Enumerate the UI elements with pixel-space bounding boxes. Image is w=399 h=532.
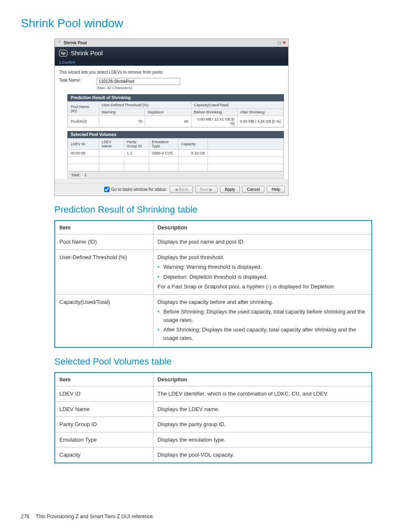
cell-desc: Displays the emulation type. (153, 432, 372, 447)
col-item: Item (55, 221, 153, 234)
cell-desc: Displays the LDEV name. (153, 401, 372, 417)
cell-item: Capacity(Used/Total) (55, 294, 153, 347)
col-item: Item (55, 373, 153, 386)
total-value: 1 (84, 173, 87, 177)
table-row: Emulation Type Displays the emulation ty… (55, 432, 372, 447)
cancel-button[interactable]: Cancel (242, 186, 264, 193)
selected-desc-table: Item Description LDEV ID The LDEV identi… (54, 372, 372, 463)
wizard-instruction: This wizard lets you select LDEVs to rem… (59, 70, 284, 75)
col-capacity-sel: Capacity (179, 139, 208, 150)
step-confirm: 1.Confirm (59, 60, 75, 64)
col-description: Description (153, 373, 372, 386)
section-prediction-title: Prediction Result of Shrinking table (54, 204, 378, 215)
table-row: 00:00:09 1-1 3390-V CVS 8.10 GB (68, 150, 284, 157)
cell-item: LDEV Name (55, 401, 153, 417)
cell-after: 0.00 MB / 4.34 GB [0 %] (237, 116, 283, 127)
table-row (68, 164, 284, 171)
wizard-brandbar: hp Shrink Pool (55, 47, 288, 59)
next-button[interactable]: Next ▶ (195, 186, 217, 193)
cell-item: Capacity (55, 447, 153, 463)
prediction-table: Pool Name (ID) User-Defined Threshold (%… (68, 101, 284, 127)
col-ldev-name: LDEV Name (99, 139, 124, 150)
cell-desc: Displays the pool-VOL capacity. (153, 447, 372, 463)
cell-desc: Displays the pool name and pool ID. (153, 234, 372, 250)
selected-table: LDEV ID LDEV Name Parity Group ID Emulat… (68, 138, 284, 171)
cell-desc: The LDEV identifier, which is the combin… (153, 386, 372, 402)
table-row: Pool Name (ID) Displays the pool name an… (55, 234, 372, 250)
table-row: LDEV ID The LDEV identifier, which is th… (55, 386, 372, 402)
page-number: 276 (21, 514, 29, 519)
col-blank (208, 139, 284, 150)
col-user-thresh: User-Defined Threshold (%) (99, 102, 192, 109)
table-row: Capacity(Used/Total) Displays the capaci… (55, 294, 372, 347)
goto-tasks-label: Go to tasks window for status (111, 187, 166, 192)
col-ldev-id: LDEV ID (68, 139, 99, 150)
table-row: Pool06(4) 70 80 0.00 MB / 12.41 GB [0 %]… (68, 116, 284, 127)
cell-ldev-id: 00:00:09 (68, 150, 99, 157)
table-row: Parity Group ID Displays the parity grou… (55, 417, 372, 432)
goto-tasks-checkbox[interactable]: Go to tasks window for status (104, 187, 166, 192)
task-name-hint: (Max. 32 Characters) (97, 86, 180, 90)
table-row: User-Defined Threshold (%) Displays the … (55, 249, 372, 294)
wizard-footer: Go to tasks window for status ◀ Back Nex… (55, 183, 288, 195)
apply-button[interactable]: Apply (220, 186, 240, 193)
table-row: Capacity Displays the pool-VOL capacity. (55, 447, 372, 463)
section-selected-title: Selected Pool Volumes table (54, 356, 378, 367)
cell-depletion: 80 (145, 116, 191, 127)
table-row: LDEV Name Displays the LDEV name. (55, 401, 372, 417)
close-icon[interactable]: × (283, 40, 286, 46)
help-button[interactable]: Help (267, 186, 285, 193)
col-before: Before Shrinking (191, 109, 237, 116)
cell-item: Emulation Type (55, 432, 153, 447)
selected-header: Selected Pool Volumes (67, 131, 284, 138)
footer-text: Thin Provisioning Z and Smart Tiers Z GU… (36, 514, 153, 519)
cell-item: Parity Group ID (55, 417, 153, 432)
col-capacity: Capacity(Used/Total) (191, 102, 284, 109)
page-title: Shrink Pool window (21, 17, 378, 30)
brandbar-title: Shrink Pool (71, 49, 103, 57)
cell-desc: Displays the pool threshold. Warning: Wa… (153, 249, 372, 294)
cell-item: User-Defined Threshold (%) (55, 249, 153, 294)
prediction-desc-table: Item Description Pool Name (ID) Displays… (54, 220, 372, 348)
table-row (68, 157, 284, 164)
cell-ldev-name (99, 150, 124, 157)
cell-desc: Displays the capacity before and after s… (153, 294, 372, 347)
prediction-header: Prediction Result of Shrinking (67, 94, 284, 101)
col-parity: Parity Group ID (124, 139, 149, 150)
maximize-icon[interactable]: □ (278, 40, 281, 46)
cell-emu: 3390-V CVS (149, 150, 179, 157)
hp-logo-icon: hp (59, 50, 67, 57)
cell-parity: 1-1 (124, 150, 149, 157)
back-button[interactable]: ◀ Back (170, 186, 193, 193)
cell-item: Pool Name (ID) (55, 234, 153, 250)
goto-tasks-check[interactable] (104, 187, 110, 192)
cell-warning: 70 (99, 116, 145, 127)
selected-total: Total: 1 (67, 172, 284, 179)
cell-desc: Displays the parity group ID. (153, 417, 372, 432)
col-emu: Emulation Type (149, 139, 179, 150)
col-after: After Shrinking (237, 109, 283, 116)
cell-before: 0.00 MB / 12.41 GB [0 %] (191, 116, 237, 127)
col-pool-name: Pool Name (ID) (68, 102, 99, 116)
col-depletion: Depletion (145, 109, 191, 116)
cell-item: LDEV ID (55, 386, 153, 402)
wizard-titlebar: ⌃ Shrink Pool □ × (55, 39, 288, 47)
col-description: Description (153, 221, 372, 234)
cell-pool: Pool06(4) (68, 116, 99, 127)
col-warning: Warning (99, 109, 145, 116)
task-name-label: Task Name: (59, 78, 97, 82)
collapse-icon[interactable]: ⌃ (57, 40, 61, 46)
page-footer: 276 Thin Provisioning Z and Smart Tiers … (21, 514, 153, 519)
shrink-pool-wizard: ⌃ Shrink Pool □ × hp Shrink Pool 1.Confi… (54, 39, 289, 196)
cell-capacity: 8.10 GB (179, 150, 208, 157)
wizard-title: Shrink Pool (64, 41, 276, 45)
total-label: Total: (71, 173, 80, 177)
task-name-input[interactable] (97, 78, 180, 85)
wizard-stepbar: 1.Confirm (55, 59, 288, 66)
